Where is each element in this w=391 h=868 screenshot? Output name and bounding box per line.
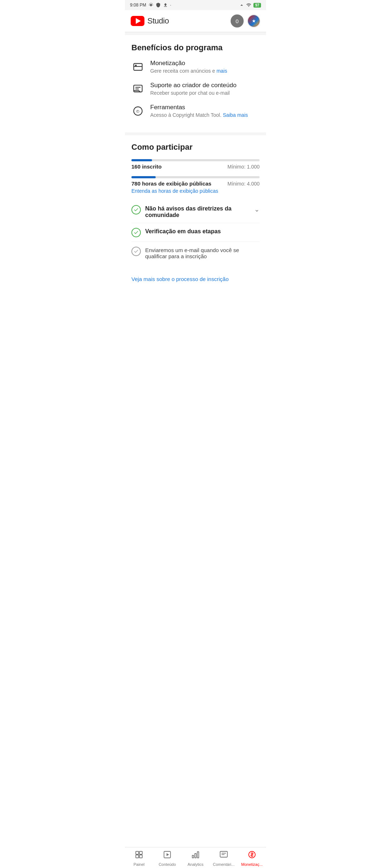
benefit-monetization-text: Monetização Gere receita com anúncios e … <box>150 60 227 74</box>
alarm-icon <box>148 3 154 8</box>
battery-level: 97 <box>253 3 261 8</box>
play-triangle <box>136 18 141 24</box>
check-icon-email <box>131 247 141 256</box>
svg-rect-1 <box>135 65 137 66</box>
wifi-icon <box>246 3 252 8</box>
progress-bar-bg-1 <box>131 159 260 161</box>
benefits-section: Benefícios do programa Monetização Gere … <box>125 35 266 132</box>
notif-count: 0 <box>236 18 239 24</box>
monetization-icon <box>131 60 144 73</box>
benefit-support-desc: Receber suporte por chat ou e-mail <box>150 90 236 96</box>
shield-icon <box>156 3 161 8</box>
status-right: 97 <box>239 3 261 8</box>
notification-badge[interactable]: 0 <box>231 14 244 27</box>
tools-icon: © <box>131 105 144 118</box>
status-time: 9:08 PM <box>130 3 146 8</box>
progress-current-2: 780 horas de exibição públicas <box>131 180 211 187</box>
check-item-email: Enviaremos um e-mail quando você se qual… <box>131 242 260 264</box>
avatar-inner: ★ <box>249 16 259 26</box>
header-actions: 0 ★ <box>231 14 260 27</box>
monetization-link[interactable]: mais <box>216 68 227 74</box>
check-item-community[interactable]: Não há avisos das diretrizes da comunida… <box>131 200 260 223</box>
user-avatar[interactable]: ★ <box>247 14 260 27</box>
participate-title: Como participar <box>131 142 260 152</box>
progress-labels-2: 780 horas de exibição públicas Mínimo: 4… <box>131 180 260 187</box>
benefits-title: Benefícios do programa <box>131 43 260 52</box>
checklist: Não há avisos das diretrizes da comunida… <box>131 200 260 264</box>
app-title: Studio <box>147 16 169 26</box>
logo-area: Studio <box>131 16 169 26</box>
youtube-logo <box>131 16 144 26</box>
chevron-down-icon: ⌄ <box>254 205 260 213</box>
benefit-item-tools: © Ferramentas Acesso à Copyright Match T… <box>131 104 260 118</box>
benefit-support-text: Suporte ao criador de conteúdo Receber s… <box>150 82 236 96</box>
app-header: Studio 0 ★ <box>125 10 266 32</box>
benefit-tools-title: Ferramentas <box>150 104 248 111</box>
upload-icon <box>163 3 168 8</box>
tools-link[interactable]: Saiba mais <box>223 112 248 118</box>
svg-rect-0 <box>134 64 142 71</box>
check-item-twostep: Verificação em duas etapas <box>131 223 260 242</box>
check-text-twostep: Verificação em duas etapas <box>145 227 260 235</box>
check-icon-twostep <box>131 228 141 237</box>
learn-more-link[interactable]: Veja mais sobre o processo de inscrição <box>125 276 266 282</box>
progress-subscribers: 160 inscrito Mínimo: 1.000 <box>131 159 260 170</box>
status-left: 9:08 PM · <box>130 3 171 8</box>
progress-min-2: Mínimo: 4.000 <box>227 181 260 187</box>
benefit-support-title: Suporte ao criador de conteúdo <box>150 82 236 89</box>
benefit-tools-text: Ferramentas Acesso à Copyright Match Too… <box>150 104 248 118</box>
progress-min-1: Mínimo: 1.000 <box>227 164 260 170</box>
participate-section: Como participar 160 inscrito Mínimo: 1.0… <box>125 135 266 271</box>
dot-indicator: · <box>170 3 171 8</box>
status-bar: 9:08 PM · 97 <box>125 0 266 10</box>
progress-current-1: 160 inscrito <box>131 163 161 170</box>
support-icon <box>131 82 144 95</box>
svg-text:©: © <box>136 109 139 114</box>
progress-bar-fill-2 <box>131 176 156 178</box>
section-divider <box>125 132 266 135</box>
check-text-community: Não há avisos das diretrizes da comunida… <box>145 205 250 218</box>
benefit-monetization-title: Monetização <box>150 60 227 67</box>
benefit-item-support: Suporte ao criador de conteúdo Receber s… <box>131 82 260 96</box>
progress-hours: 780 horas de exibição públicas Mínimo: 4… <box>131 176 260 194</box>
arrow-icon <box>239 3 244 8</box>
hours-link[interactable]: Entenda as horas de exibição públicas <box>131 188 260 194</box>
check-text-email: Enviaremos um e-mail quando você se qual… <box>145 246 260 259</box>
benefit-item-monetization: Monetização Gere receita com anúncios e … <box>131 60 260 74</box>
benefit-monetization-desc: Gere receita com anúncios e mais <box>150 68 227 74</box>
check-icon-community <box>131 205 141 214</box>
progress-bar-bg-2 <box>131 176 260 178</box>
progress-labels-1: 160 inscrito Mínimo: 1.000 <box>131 163 260 170</box>
header-divider <box>125 32 266 35</box>
benefit-tools-desc: Acesso à Copyright Match Tool. Saiba mai… <box>150 112 248 118</box>
progress-bar-fill-1 <box>131 159 152 161</box>
